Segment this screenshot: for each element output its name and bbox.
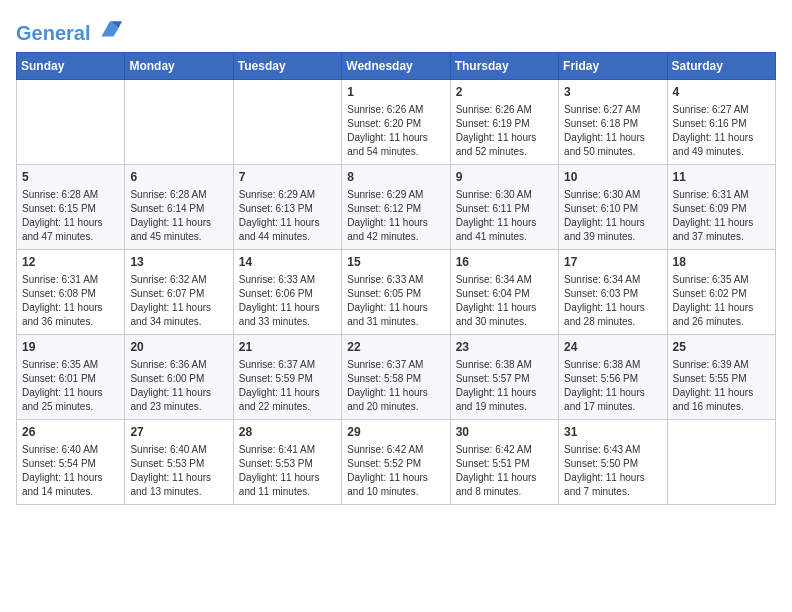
day-info: Daylight: 11 hours and 49 minutes. <box>673 132 754 157</box>
day-info: Sunrise: 6:38 AM <box>456 359 532 370</box>
calendar-cell: 7Sunrise: 6:29 AMSunset: 6:13 PMDaylight… <box>233 165 341 250</box>
calendar-cell: 4Sunrise: 6:27 AMSunset: 6:16 PMDaylight… <box>667 80 775 165</box>
day-number: 21 <box>239 339 336 356</box>
day-info: Sunrise: 6:42 AM <box>456 444 532 455</box>
header-day-wednesday: Wednesday <box>342 53 450 80</box>
day-info: Sunset: 6:07 PM <box>130 288 204 299</box>
calendar-cell: 13Sunrise: 6:32 AMSunset: 6:07 PMDayligh… <box>125 250 233 335</box>
day-info: Sunrise: 6:39 AM <box>673 359 749 370</box>
day-info: Daylight: 11 hours and 7 minutes. <box>564 472 645 497</box>
calendar-cell: 25Sunrise: 6:39 AMSunset: 5:55 PMDayligh… <box>667 335 775 420</box>
day-info: Sunrise: 6:27 AM <box>564 104 640 115</box>
day-number: 22 <box>347 339 444 356</box>
day-info: Sunset: 5:58 PM <box>347 373 421 384</box>
day-info: Daylight: 11 hours and 30 minutes. <box>456 302 537 327</box>
calendar-cell <box>233 80 341 165</box>
day-number: 6 <box>130 169 227 186</box>
day-info: Sunrise: 6:33 AM <box>239 274 315 285</box>
day-info: Sunset: 5:51 PM <box>456 458 530 469</box>
day-info: Sunrise: 6:33 AM <box>347 274 423 285</box>
day-info: Sunset: 6:02 PM <box>673 288 747 299</box>
day-number: 26 <box>22 424 119 441</box>
day-info: Sunrise: 6:31 AM <box>22 274 98 285</box>
day-info: Sunset: 6:15 PM <box>22 203 96 214</box>
day-info: Sunrise: 6:29 AM <box>347 189 423 200</box>
day-info: Daylight: 11 hours and 42 minutes. <box>347 217 428 242</box>
calendar-cell <box>125 80 233 165</box>
day-info: Sunset: 5:53 PM <box>239 458 313 469</box>
day-info: Daylight: 11 hours and 10 minutes. <box>347 472 428 497</box>
day-info: Daylight: 11 hours and 36 minutes. <box>22 302 103 327</box>
day-info: Sunrise: 6:30 AM <box>564 189 640 200</box>
day-info: Sunset: 5:53 PM <box>130 458 204 469</box>
day-info: Sunrise: 6:34 AM <box>564 274 640 285</box>
calendar-cell: 17Sunrise: 6:34 AMSunset: 6:03 PMDayligh… <box>559 250 667 335</box>
week-row-4: 26Sunrise: 6:40 AMSunset: 5:54 PMDayligh… <box>17 420 776 505</box>
calendar-cell: 27Sunrise: 6:40 AMSunset: 5:53 PMDayligh… <box>125 420 233 505</box>
day-info: Sunrise: 6:40 AM <box>130 444 206 455</box>
day-info: Sunset: 5:56 PM <box>564 373 638 384</box>
day-info: Sunset: 6:01 PM <box>22 373 96 384</box>
calendar-cell: 31Sunrise: 6:43 AMSunset: 5:50 PMDayligh… <box>559 420 667 505</box>
day-info: Sunset: 6:12 PM <box>347 203 421 214</box>
day-info: Sunrise: 6:28 AM <box>130 189 206 200</box>
calendar-cell: 18Sunrise: 6:35 AMSunset: 6:02 PMDayligh… <box>667 250 775 335</box>
day-info: Daylight: 11 hours and 31 minutes. <box>347 302 428 327</box>
day-info: Sunset: 6:13 PM <box>239 203 313 214</box>
day-number: 2 <box>456 84 553 101</box>
day-number: 14 <box>239 254 336 271</box>
day-info: Sunset: 6:10 PM <box>564 203 638 214</box>
day-number: 19 <box>22 339 119 356</box>
day-info: Sunset: 5:57 PM <box>456 373 530 384</box>
calendar-cell: 28Sunrise: 6:41 AMSunset: 5:53 PMDayligh… <box>233 420 341 505</box>
day-info: Sunset: 6:06 PM <box>239 288 313 299</box>
day-number: 8 <box>347 169 444 186</box>
day-number: 16 <box>456 254 553 271</box>
day-info: Sunrise: 6:32 AM <box>130 274 206 285</box>
day-info: Sunrise: 6:27 AM <box>673 104 749 115</box>
day-info: Sunset: 6:11 PM <box>456 203 530 214</box>
day-info: Sunset: 6:16 PM <box>673 118 747 129</box>
day-number: 15 <box>347 254 444 271</box>
calendar-cell: 19Sunrise: 6:35 AMSunset: 6:01 PMDayligh… <box>17 335 125 420</box>
day-info: Daylight: 11 hours and 22 minutes. <box>239 387 320 412</box>
day-info: Daylight: 11 hours and 28 minutes. <box>564 302 645 327</box>
day-info: Sunrise: 6:38 AM <box>564 359 640 370</box>
day-info: Sunrise: 6:36 AM <box>130 359 206 370</box>
day-info: Daylight: 11 hours and 20 minutes. <box>347 387 428 412</box>
calendar-cell: 21Sunrise: 6:37 AMSunset: 5:59 PMDayligh… <box>233 335 341 420</box>
day-number: 11 <box>673 169 770 186</box>
day-number: 31 <box>564 424 661 441</box>
day-number: 9 <box>456 169 553 186</box>
day-info: Sunset: 5:54 PM <box>22 458 96 469</box>
day-info: Sunrise: 6:34 AM <box>456 274 532 285</box>
calendar-cell: 11Sunrise: 6:31 AMSunset: 6:09 PMDayligh… <box>667 165 775 250</box>
day-info: Daylight: 11 hours and 39 minutes. <box>564 217 645 242</box>
day-info: Daylight: 11 hours and 23 minutes. <box>130 387 211 412</box>
day-number: 4 <box>673 84 770 101</box>
day-info: Sunrise: 6:30 AM <box>456 189 532 200</box>
calendar-cell: 12Sunrise: 6:31 AMSunset: 6:08 PMDayligh… <box>17 250 125 335</box>
calendar-cell: 8Sunrise: 6:29 AMSunset: 6:12 PMDaylight… <box>342 165 450 250</box>
day-info: Sunset: 5:55 PM <box>673 373 747 384</box>
header-day-sunday: Sunday <box>17 53 125 80</box>
logo-text: General <box>16 16 122 44</box>
day-number: 23 <box>456 339 553 356</box>
calendar-cell: 2Sunrise: 6:26 AMSunset: 6:19 PMDaylight… <box>450 80 558 165</box>
day-info: Sunset: 6:20 PM <box>347 118 421 129</box>
header-row: SundayMondayTuesdayWednesdayThursdayFrid… <box>17 53 776 80</box>
day-number: 1 <box>347 84 444 101</box>
day-number: 18 <box>673 254 770 271</box>
day-info: Daylight: 11 hours and 45 minutes. <box>130 217 211 242</box>
day-number: 17 <box>564 254 661 271</box>
day-info: Sunrise: 6:37 AM <box>347 359 423 370</box>
day-number: 27 <box>130 424 227 441</box>
header-day-thursday: Thursday <box>450 53 558 80</box>
day-number: 25 <box>673 339 770 356</box>
day-info: Daylight: 11 hours and 25 minutes. <box>22 387 103 412</box>
day-info: Sunrise: 6:31 AM <box>673 189 749 200</box>
calendar-cell: 10Sunrise: 6:30 AMSunset: 6:10 PMDayligh… <box>559 165 667 250</box>
day-number: 12 <box>22 254 119 271</box>
day-info: Sunrise: 6:35 AM <box>673 274 749 285</box>
calendar-cell: 22Sunrise: 6:37 AMSunset: 5:58 PMDayligh… <box>342 335 450 420</box>
